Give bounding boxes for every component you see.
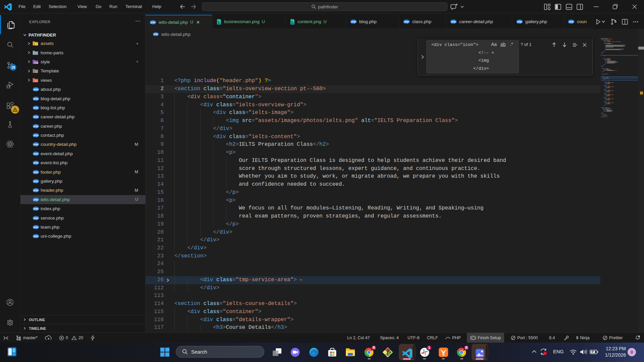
svg-text:php: php — [33, 125, 38, 128]
svg-text:php: php — [150, 21, 155, 24]
svg-text:php: php — [33, 217, 38, 220]
svg-text:php: php — [33, 152, 38, 155]
svg-text:php: php — [33, 106, 38, 109]
svg-text:php: php — [451, 20, 456, 23]
svg-text:php: php — [33, 143, 38, 146]
svg-text:php: php — [33, 226, 38, 229]
svg-text:php: php — [33, 171, 38, 174]
svg-text:php: php — [569, 20, 574, 23]
svg-text:php: php — [33, 198, 38, 201]
svg-text:CSS: CSS — [34, 62, 38, 64]
svg-text:php: php — [33, 235, 38, 238]
svg-text:php: php — [33, 116, 38, 119]
svg-text:php: php — [153, 33, 158, 36]
svg-text:php: php — [33, 134, 38, 137]
svg-text:php: php — [33, 180, 38, 183]
svg-text:php: php — [33, 207, 38, 210]
svg-text:php: php — [517, 20, 522, 23]
svg-text:php: php — [404, 20, 409, 23]
svg-text:php: php — [351, 20, 356, 23]
svg-text:php: php — [33, 97, 38, 100]
svg-text:php: php — [33, 189, 38, 192]
svg-text:php: php — [33, 88, 38, 91]
svg-text:php: php — [33, 161, 38, 164]
